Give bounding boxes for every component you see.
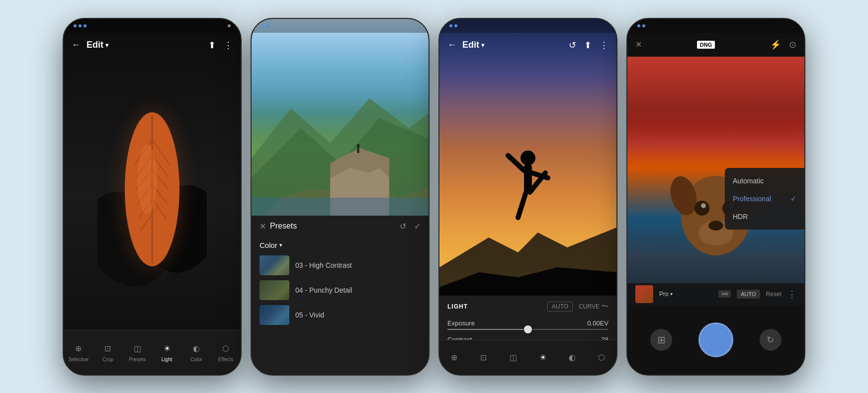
phone2-screen: ✕ Presets ↺ ✓ Color ▾ (252, 19, 429, 375)
auto-control[interactable]: AUTO (737, 290, 760, 299)
phone1-screen: ← Edit ▾ ⬆ ⋮ ⊕ Selective (64, 19, 241, 375)
p3-crop-icon: ⊡ (478, 351, 490, 363)
dng-badge: DNG (697, 41, 715, 49)
color-dropdown[interactable]: Color ▾ (260, 241, 421, 249)
status-dot-2 (79, 24, 82, 27)
phone3-toolbar-effects[interactable]: ⬡ (587, 351, 616, 363)
pro-mode-button[interactable]: Pro ▾ (659, 291, 673, 298)
phone2: ✕ Presets ↺ ✓ Color ▾ (251, 18, 430, 376)
phone3-toolbar-crop[interactable]: ⊡ (469, 351, 498, 363)
presets-panel: ✕ Presets ↺ ✓ Color ▾ (252, 216, 429, 375)
preset-thumb-3 (260, 305, 289, 325)
exposure-value: 0.00EV (587, 319, 608, 327)
phone3-toolbar-light[interactable]: ☀ (528, 351, 557, 363)
color-icon: ◐ (190, 343, 202, 355)
si-3 (449, 24, 457, 27)
phone1-top-bar: ← Edit ▾ ⬆ ⋮ (64, 33, 241, 58)
flash-button[interactable]: ⚡ (770, 39, 781, 50)
preset-item-1[interactable]: 03 - High Contrast (260, 255, 421, 275)
sd3-1 (449, 24, 452, 27)
preset-name-3: 05 - Vivid (295, 311, 324, 319)
phone4-screen: ✕ DNG ⚡ ⊙ Automatic Professional (627, 19, 804, 375)
sd-2 (266, 24, 269, 27)
phone3-toolbar-selective[interactable]: ⊕ (439, 351, 469, 363)
presets-confirm-button[interactable]: ✓ (414, 222, 421, 231)
title-dropdown-icon[interactable]: ▾ (105, 42, 108, 49)
capture-button[interactable] (698, 322, 733, 357)
sd-1 (261, 24, 264, 27)
effects-label: Effects (218, 357, 233, 362)
preset-name-1: 03 - High Contrast (295, 261, 352, 269)
switch-camera-button[interactable]: ↻ (760, 329, 781, 351)
exposure-thumb[interactable] (524, 325, 532, 333)
light-header: LIGHT AUTO CURVE 〜 (447, 302, 608, 312)
status-bar-4 (627, 19, 804, 33)
status-dot-3 (84, 24, 87, 27)
p3-color-icon: ◐ (566, 351, 578, 363)
phone3-share-button[interactable]: ⬆ (584, 40, 592, 51)
svg-point-37 (694, 201, 709, 216)
presets-undo-button[interactable]: ↺ (400, 222, 406, 231)
mode-hdr[interactable]: HDR (725, 208, 804, 226)
control-more-button[interactable]: ⋮ (787, 289, 796, 300)
phone4-wrapper: ✕ DNG ⚡ ⊙ Automatic Professional (626, 18, 805, 376)
camera-flip-button[interactable]: ⊙ (789, 39, 796, 50)
phone3-more-button[interactable]: ⋮ (600, 40, 608, 51)
crop-icon: ⊡ (102, 343, 114, 355)
share-button[interactable]: ⬆ (208, 40, 216, 51)
light-label: Light (162, 357, 173, 362)
phone3-toolbar-presets[interactable]: ◫ (499, 351, 528, 363)
toolbar-effects[interactable]: ⬡ Effects (211, 343, 241, 362)
preset-item-3[interactable]: 05 - Vivid (260, 305, 421, 325)
curve-button[interactable]: CURVE 〜 (579, 302, 608, 311)
sunset-photo (439, 19, 616, 307)
edit-title: Edit ▾ (87, 40, 108, 50)
phone3-screen: ← Edit ▾ ↺ ⬆ ⋮ LIGHT (439, 19, 616, 375)
toolbar-color[interactable]: ◐ Color (181, 343, 211, 362)
phone1-bottom-toolbar: ⊕ Selective ⊡ Crop ◫ Presets ☀ Light (64, 330, 241, 375)
phone1: ← Edit ▾ ⬆ ⋮ ⊕ Selective (63, 18, 242, 376)
auto-button[interactable]: AUTO (547, 302, 573, 312)
dropdown-section: Color ▾ (252, 237, 429, 255)
toolbar-crop[interactable]: ⊡ Crop (93, 343, 122, 362)
mode-automatic[interactable]: Automatic (725, 172, 804, 190)
phone3-top-actions: ↺ ⬆ ⋮ (569, 40, 608, 51)
top-bar-actions: ⬆ ⋮ (208, 40, 233, 51)
crop-label: Crop (102, 357, 113, 362)
preset-item-2[interactable]: 04 - Punchy Detail (260, 280, 421, 300)
status-bar-3 (439, 19, 616, 33)
pro-dropdown-icon: ▾ (670, 291, 673, 297)
toolbar-selective[interactable]: ⊕ Selective (64, 343, 93, 362)
light-tab-label[interactable]: LIGHT (447, 303, 468, 310)
preset-thumb-1 (260, 255, 289, 275)
svg-point-23 (357, 144, 360, 147)
exposure-label: Exposure (447, 319, 475, 327)
gallery-icon: ⊞ (657, 334, 666, 346)
photo-thumbnail[interactable] (635, 285, 653, 303)
wb-control[interactable]: WB (718, 290, 731, 298)
dropdown-chevron: ▾ (279, 242, 282, 248)
mountain-photo (252, 19, 429, 228)
camera-close-button[interactable]: ✕ (635, 40, 642, 49)
gallery-button[interactable]: ⊞ (650, 329, 672, 351)
sd4-1 (637, 24, 640, 27)
svg-point-15 (137, 145, 157, 214)
exposure-track[interactable] (447, 329, 608, 330)
more-button[interactable]: ⋮ (224, 40, 233, 51)
phone3-undo-button[interactable]: ↺ (569, 40, 576, 51)
phone3-back-button[interactable]: ← (447, 40, 456, 50)
leaf-svg (97, 90, 207, 289)
camera-control-row: Pro ▾ WB AUTO Reset ⋮ (627, 283, 804, 305)
phone3-edit-title: Edit ▾ (462, 40, 484, 50)
status-right-indicators (228, 24, 231, 27)
reset-button[interactable]: Reset (766, 291, 781, 298)
toolbar-presets[interactable]: ◫ Presets (123, 343, 152, 362)
mode-professional[interactable]: Professional ✓ (725, 190, 804, 208)
toolbar-light[interactable]: ☀ Light (152, 343, 181, 362)
phone3-dropdown-icon[interactable]: ▾ (481, 42, 484, 49)
status-bar-1 (64, 19, 241, 33)
presets-close-button[interactable]: ✕ (260, 222, 266, 231)
svg-point-36 (708, 221, 723, 231)
back-button[interactable]: ← (72, 40, 81, 50)
phone3-toolbar-color[interactable]: ◐ (557, 351, 587, 363)
